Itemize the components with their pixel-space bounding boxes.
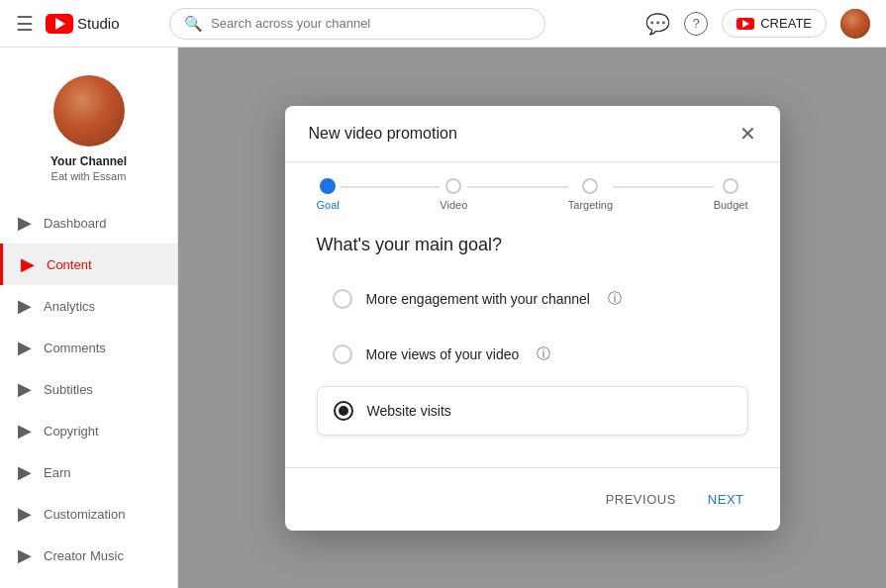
- channel-sub: Eat with Essam: [51, 170, 127, 182]
- sidebar-label-comments: Comments: [44, 341, 106, 355]
- help-views-icon[interactable]: ⓘ: [537, 345, 550, 363]
- dialog-close-button[interactable]: ✕: [739, 122, 756, 146]
- help-icon[interactable]: ?: [684, 12, 708, 36]
- sidebar-item-comments[interactable]: ▶ Comments: [0, 327, 177, 368]
- header: ☰ Studio 🔍 💬 ? CREATE: [0, 0, 886, 48]
- step-label-video: Video: [440, 199, 467, 211]
- dialog: New video promotion ✕ Goal Video: [285, 106, 780, 531]
- youtube-icon: [46, 14, 73, 34]
- radio-engagement[interactable]: [333, 289, 352, 309]
- step-budget: Budget: [714, 178, 748, 211]
- menu-icon[interactable]: ☰: [16, 12, 34, 36]
- copyright-icon: ▶: [18, 420, 32, 441]
- sidebar-label-creator-music: Creator Music: [44, 548, 124, 563]
- channel-avatar[interactable]: [53, 75, 125, 147]
- option-website[interactable]: Website visits: [317, 386, 748, 436]
- avatar[interactable]: [840, 9, 870, 39]
- dashboard-icon: ▶: [18, 212, 32, 234]
- main-layout: Your Channel Eat with Essam ▶ Dashboard …: [0, 48, 886, 588]
- creator-music-icon: ▶: [18, 544, 32, 566]
- youtube-play-icon: [55, 18, 65, 30]
- step-dot-targeting: [582, 178, 598, 194]
- sidebar-label-earn: Earn: [44, 465, 70, 480]
- avatar-image: [840, 9, 870, 39]
- header-left: ☰ Studio: [16, 12, 120, 36]
- option-views[interactable]: More views of your video ⓘ: [317, 331, 748, 378]
- previous-button[interactable]: PREVIOUS: [594, 484, 688, 515]
- analytics-icon: ▶: [18, 295, 32, 317]
- sidebar-item-content[interactable]: ▶ Content: [0, 244, 177, 285]
- step-dot-video: [445, 178, 461, 194]
- step-label-goal: Goal: [317, 199, 340, 211]
- option-engagement-label: More engagement with your channel: [366, 291, 590, 307]
- sidebar: Your Channel Eat with Essam ▶ Dashboard …: [0, 48, 178, 588]
- header-right: 💬 ? CREATE: [645, 9, 870, 39]
- sidebar-item-settings[interactable]: ⚙ Settings: [0, 576, 177, 588]
- channel-info: Your Channel Eat with Essam: [0, 59, 177, 202]
- content-icon: ▶: [21, 253, 35, 275]
- youtube-logo: Studio: [46, 14, 120, 34]
- next-button[interactable]: NEXT: [696, 484, 756, 515]
- radio-website[interactable]: [334, 401, 353, 421]
- sidebar-item-earn[interactable]: ▶ Earn: [0, 451, 177, 493]
- create-play-icon: [742, 20, 749, 28]
- sidebar-item-copyright[interactable]: ▶ Copyright: [0, 410, 177, 451]
- stepper: Goal Video Targeting: [285, 162, 780, 211]
- radio-website-inner: [339, 406, 348, 416]
- step-video: Video: [440, 178, 467, 211]
- sidebar-label-content: Content: [47, 257, 92, 272]
- sidebar-label-copyright: Copyright: [44, 424, 99, 439]
- search-icon: 🔍: [184, 15, 203, 33]
- main-content: New video promotion ✕ Goal Video: [178, 48, 886, 588]
- dialog-title: New video promotion: [309, 125, 457, 143]
- option-engagement[interactable]: More engagement with your channel ⓘ: [317, 275, 748, 323]
- sidebar-item-analytics[interactable]: ▶ Analytics: [0, 285, 177, 327]
- create-video-icon: [737, 18, 754, 30]
- sidebar-label-dashboard: Dashboard: [44, 216, 107, 231]
- step-dot-budget: [723, 178, 738, 194]
- sidebar-label-analytics: Analytics: [44, 299, 95, 314]
- dialog-question: What's your main goal?: [317, 235, 748, 255]
- step-label-targeting: Targeting: [568, 199, 613, 211]
- sidebar-item-customization[interactable]: ▶ Customization: [0, 493, 177, 535]
- search-input[interactable]: [211, 16, 531, 31]
- create-button[interactable]: CREATE: [722, 9, 827, 38]
- modal-overlay: New video promotion ✕ Goal Video: [178, 48, 886, 588]
- step-dot-goal: [320, 178, 336, 194]
- stepper-line-1: [340, 186, 441, 188]
- subtitles-icon: ▶: [18, 378, 32, 400]
- sidebar-label-customization: Customization: [44, 507, 125, 522]
- step-label-budget: Budget: [714, 199, 748, 211]
- sidebar-label-subtitles: Subtitles: [44, 382, 93, 397]
- dialog-footer: PREVIOUS NEXT: [285, 467, 780, 531]
- sidebar-item-creator-music[interactable]: ▶ Creator Music: [0, 535, 177, 576]
- channel-name: Your Channel: [50, 154, 127, 168]
- sidebar-item-dashboard[interactable]: ▶ Dashboard: [0, 202, 177, 244]
- step-targeting: Targeting: [568, 178, 613, 211]
- customization-icon: ▶: [18, 503, 32, 525]
- comments-icon: ▶: [18, 337, 32, 358]
- stepper-line-2: [467, 186, 568, 188]
- help-engagement-icon[interactable]: ⓘ: [608, 290, 622, 308]
- sidebar-item-subtitles[interactable]: ▶ Subtitles: [0, 368, 177, 410]
- dialog-header: New video promotion ✕: [285, 106, 780, 162]
- search-bar[interactable]: 🔍: [169, 8, 545, 40]
- studio-label: Studio: [77, 15, 120, 32]
- dialog-body: What's your main goal? More engagement w…: [285, 211, 780, 467]
- radio-views[interactable]: [333, 344, 352, 364]
- earn-icon: ▶: [18, 461, 32, 483]
- message-icon[interactable]: 💬: [645, 12, 670, 36]
- create-label: CREATE: [760, 16, 812, 31]
- step-goal: Goal: [317, 178, 340, 211]
- stepper-line-3: [613, 186, 714, 188]
- option-website-label: Website visits: [367, 403, 451, 419]
- option-views-label: More views of your video: [366, 346, 520, 362]
